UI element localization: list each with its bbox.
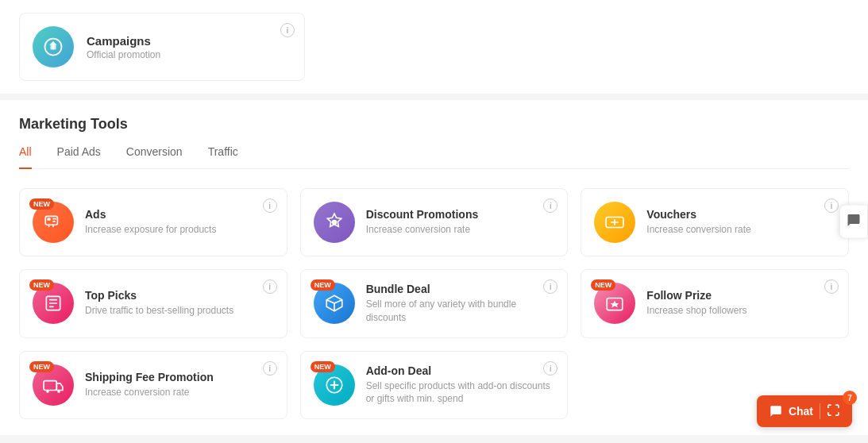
tool-name-follow_prize: Follow Prize	[646, 289, 835, 302]
chat-button[interactable]: 7 Chat ⛶	[757, 395, 852, 427]
tool-info-shipping_fee_promotion: Shipping Fee Promotion Increase conversi…	[85, 371, 274, 399]
tool-info-icon-add_on_deal[interactable]: i	[543, 361, 557, 376]
new-badge-shipping_fee_promotion: NEW	[29, 361, 54, 372]
tool-desc-bundle_deal: Sell more of any variety with bundle dis…	[366, 298, 555, 325]
section-title: Marketing Tools	[19, 116, 849, 133]
campaign-icon	[33, 26, 74, 67]
tool-info-icon-bundle_deal[interactable]: i	[543, 279, 557, 294]
tool-card-vouchers[interactable]: Vouchers Increase conversion rate i	[581, 188, 849, 256]
tab-paid-ads[interactable]: Paid Ads	[57, 145, 101, 169]
tool-info-icon-vouchers[interactable]: i	[824, 198, 839, 213]
tool-info-bundle_deal: Bundle Deal Sell more of any variety wit…	[366, 283, 555, 325]
tool-name-bundle_deal: Bundle Deal	[366, 283, 555, 295]
tool-icon-follow_prize: NEW	[594, 283, 635, 324]
tool-desc-add_on_deal: Sell specific products with add-on disco…	[366, 379, 555, 406]
tool-icon-bundle_deal: NEW	[314, 283, 355, 324]
svg-point-10	[57, 390, 60, 392]
new-badge-top_picks: NEW	[29, 279, 54, 291]
tool-icon-vouchers	[594, 202, 635, 243]
tool-info-vouchers: Vouchers Increase conversion rate	[646, 208, 835, 237]
svg-point-4	[331, 220, 337, 225]
tool-icon-top_picks: NEW	[33, 283, 74, 324]
tool-info-icon-follow_prize[interactable]: i	[824, 279, 839, 294]
new-badge-follow_prize: NEW	[591, 279, 615, 291]
tool-desc-vouchers: Increase conversion rate	[646, 223, 835, 237]
chat-label: Chat	[789, 405, 813, 418]
svg-rect-3	[47, 218, 50, 221]
tool-info-icon-ads[interactable]: i	[263, 198, 277, 213]
tab-all[interactable]: All	[19, 145, 32, 169]
tool-name-discount_promotions: Discount Promotions	[366, 208, 555, 221]
tool-card-bundle_deal[interactable]: NEW Bundle Deal Sell more of any variety…	[300, 269, 569, 338]
tool-name-shipping_fee_promotion: Shipping Fee Promotion	[85, 371, 274, 383]
tabs-container: All Paid Ads Conversion Traffic	[19, 145, 849, 169]
tool-name-top_picks: Top Picks	[85, 289, 274, 302]
chat-icon	[770, 405, 782, 418]
side-notification[interactable]	[839, 205, 868, 239]
tool-info-icon-shipping_fee_promotion[interactable]: i	[263, 361, 277, 376]
chat-badge: 7	[843, 391, 857, 405]
svg-rect-1	[51, 45, 56, 50]
campaign-subtitle: Official promotion	[87, 49, 160, 60]
campaign-title: Campaigns	[87, 34, 160, 48]
tool-name-add_on_deal: Add-on Deal	[366, 364, 555, 377]
svg-rect-8	[44, 380, 56, 390]
tool-info-top_picks: Top Picks Drive traffic to best-selling …	[85, 289, 274, 318]
tool-icon-add_on_deal: NEW	[314, 364, 355, 406]
tool-info-follow_prize: Follow Prize Increase shop followers	[646, 289, 835, 318]
campaign-info-icon[interactable]: i	[280, 23, 295, 37]
tool-info-icon-top_picks[interactable]: i	[263, 279, 277, 294]
tool-info-ads: Ads Increase exposure for products	[85, 208, 274, 237]
tool-card-top_picks[interactable]: NEW Top Picks Drive traffic to best-sell…	[19, 269, 287, 338]
tools-grid: NEW Ads Increase exposure for products i…	[19, 188, 849, 419]
campaign-info: Campaigns Official promotion	[87, 34, 160, 60]
tool-info-add_on_deal: Add-on Deal Sell specific products with …	[366, 364, 555, 406]
tool-info-discount_promotions: Discount Promotions Increase conversion …	[366, 208, 555, 237]
tab-traffic[interactable]: Traffic	[208, 145, 238, 169]
new-badge-ads: NEW	[29, 198, 54, 210]
tool-desc-shipping_fee_promotion: Increase conversion rate	[85, 386, 274, 399]
tool-card-add_on_deal[interactable]: NEW Add-on Deal Sell specific products w…	[300, 351, 569, 420]
tool-icon-discount_promotions	[314, 202, 355, 243]
tool-name-vouchers: Vouchers	[646, 208, 835, 221]
tool-info-icon-discount_promotions[interactable]: i	[543, 198, 557, 213]
tool-desc-discount_promotions: Increase conversion rate	[366, 223, 555, 237]
tool-card-shipping_fee_promotion[interactable]: NEW Shipping Fee Promotion Increase conv…	[19, 351, 287, 420]
tool-desc-top_picks: Drive traffic to best-selling products	[85, 304, 274, 318]
tool-icon-ads: NEW	[33, 202, 74, 243]
tool-icon-shipping_fee_promotion: NEW	[33, 364, 74, 406]
tool-card-ads[interactable]: NEW Ads Increase exposure for products i	[19, 188, 287, 256]
campaign-card[interactable]: Campaigns Official promotion i	[19, 13, 305, 81]
tool-name-ads: Ads	[85, 208, 274, 221]
new-badge-add_on_deal: NEW	[311, 361, 335, 372]
svg-point-9	[46, 390, 48, 392]
tool-card-follow_prize[interactable]: NEW Follow Prize Increase shop followers…	[581, 269, 849, 338]
svg-rect-2	[45, 216, 57, 225]
new-badge-bundle_deal: NEW	[311, 279, 335, 291]
tool-desc-follow_prize: Increase shop followers	[646, 304, 835, 318]
tool-card-discount_promotions[interactable]: Discount Promotions Increase conversion …	[300, 188, 569, 256]
chat-divider	[820, 403, 820, 419]
chat-expand-icon[interactable]: ⛶	[827, 404, 839, 418]
tab-conversion[interactable]: Conversion	[126, 145, 183, 169]
marketing-section: Marketing Tools All Paid Ads Conversion …	[0, 100, 868, 435]
tool-desc-ads: Increase exposure for products	[85, 223, 274, 237]
